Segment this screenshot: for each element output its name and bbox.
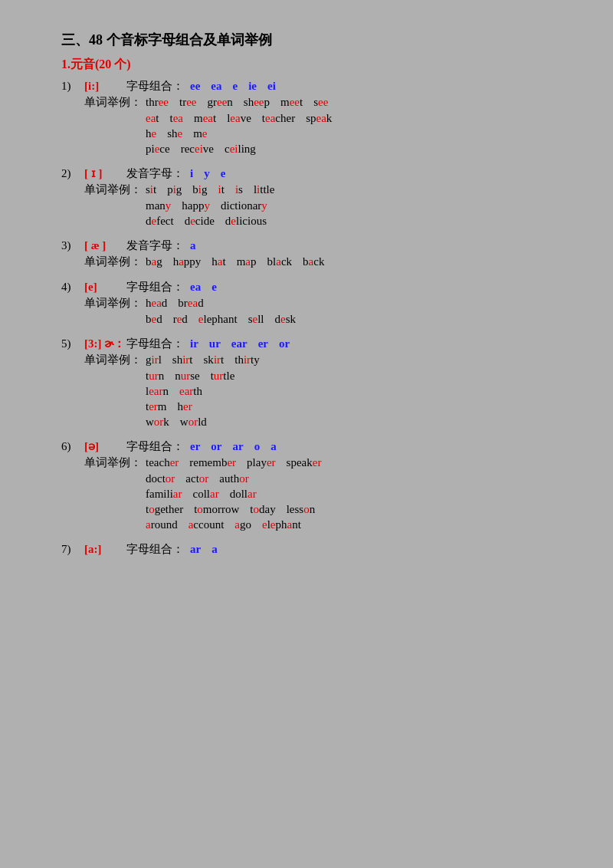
example-row: aroundaccountagoelephant bbox=[61, 518, 552, 531]
phoneme-header: 7)[a:]字母组合：ara bbox=[61, 542, 552, 557]
word-item: happy bbox=[173, 255, 202, 268]
word-item: elephant bbox=[198, 313, 238, 326]
word-item: eat bbox=[146, 112, 159, 125]
phoneme-symbol: [ə] bbox=[84, 439, 126, 453]
word-group: doctoractorauthor bbox=[146, 472, 260, 485]
example-row: learnearth bbox=[61, 385, 552, 398]
word-item: three bbox=[146, 96, 169, 109]
word-item: desk bbox=[275, 313, 297, 326]
word-item: bread bbox=[178, 297, 203, 310]
word-item: bed bbox=[146, 313, 162, 326]
word-item: dollar bbox=[230, 488, 257, 501]
phoneme-content: 1)[i:]字母组合：eeeaeieei单词举例：threetreegreens… bbox=[61, 79, 552, 557]
phoneme-header: 2)[ ɪ ]发音字母：iye bbox=[61, 166, 552, 181]
phoneme-type-label: 发音字母： bbox=[126, 166, 184, 181]
phoneme-symbol: [i:] bbox=[84, 80, 126, 93]
word-item: bag bbox=[146, 255, 162, 268]
word-item: delicious bbox=[225, 215, 267, 228]
word-item: today bbox=[250, 503, 275, 516]
word-item: hat bbox=[211, 255, 225, 268]
section-title: 1.元音(20 个) bbox=[61, 57, 552, 73]
word-item: leave bbox=[227, 112, 251, 125]
word-item: teacher bbox=[262, 112, 295, 125]
word-item: learn bbox=[146, 385, 169, 398]
letter-combo: ara bbox=[190, 543, 228, 556]
phoneme-symbol: [e] bbox=[84, 281, 126, 294]
word-item: girl bbox=[146, 353, 162, 367]
word-item: sheep bbox=[244, 96, 270, 109]
example-row: doctoractorauthor bbox=[61, 472, 552, 485]
word-item: tree bbox=[179, 96, 197, 109]
word-item: happy bbox=[182, 199, 210, 212]
word-group: eatteameatleaveteacherspeak bbox=[146, 112, 343, 125]
word-group: defectdecidedelicious bbox=[146, 215, 277, 228]
word-item: nurse bbox=[175, 370, 200, 383]
page-container: 三、48 个音标字母组合及单词举例 1.元音(20 个) 1)[i:]字母组合：… bbox=[61, 31, 552, 557]
word-group: hesheme bbox=[146, 127, 218, 140]
phoneme-type-label: 发音字母： bbox=[126, 238, 184, 253]
word-item: doctor bbox=[146, 472, 175, 485]
word-item: he bbox=[146, 127, 156, 140]
phoneme-num: 6) bbox=[61, 440, 84, 453]
phoneme-block: 4)[e]字母组合：eae单词举例：headbreadbedredelephan… bbox=[61, 280, 552, 326]
letter-combo: eae bbox=[190, 281, 228, 294]
example-row: turnnurseturtle bbox=[61, 370, 552, 383]
word-item: many bbox=[146, 199, 171, 212]
example-label: 单词举例： bbox=[61, 95, 146, 110]
word-item: is bbox=[235, 183, 243, 196]
phoneme-header: 3)[ æ ]发音字母：a bbox=[61, 238, 552, 253]
word-item: me bbox=[193, 127, 207, 140]
word-item: speak bbox=[306, 112, 332, 125]
phoneme-symbol: [a:] bbox=[84, 543, 126, 556]
word-item: world bbox=[180, 416, 207, 429]
example-label: 单词举例： bbox=[61, 182, 146, 197]
word-item: sit bbox=[146, 183, 156, 196]
word-group: girlshirtskirtthirty bbox=[146, 353, 270, 367]
phoneme-type-label: 字母组合： bbox=[126, 337, 184, 351]
word-group: aroundaccountagoelephant bbox=[146, 518, 312, 531]
word-item: turtle bbox=[211, 370, 235, 383]
example-row: manyhappydictionary bbox=[61, 199, 552, 212]
word-group: termher bbox=[146, 400, 203, 413]
word-item: account bbox=[188, 518, 225, 531]
word-item: author bbox=[219, 472, 248, 485]
word-group: threetreegreensheepmeetsee bbox=[146, 96, 339, 109]
word-item: around bbox=[146, 518, 178, 531]
phoneme-num: 5) bbox=[61, 337, 84, 350]
example-row: workworld bbox=[61, 416, 552, 429]
word-item: tea bbox=[170, 112, 184, 125]
word-item: dictionary bbox=[221, 199, 267, 212]
word-item: little bbox=[254, 183, 275, 196]
word-group: bedredelephantselldesk bbox=[146, 313, 306, 326]
phoneme-num: 7) bbox=[61, 543, 84, 556]
word-item: decide bbox=[185, 215, 215, 228]
example-row: bedredelephantselldesk bbox=[61, 313, 552, 326]
word-group: headbread bbox=[146, 297, 215, 310]
word-item: piece bbox=[146, 143, 170, 156]
example-row: 单词举例：girlshirtskirtthirty bbox=[61, 353, 552, 367]
letter-combo: eroraroa bbox=[190, 440, 287, 453]
word-item: it bbox=[218, 183, 225, 196]
word-group: togethertomorrowtodaylesson bbox=[146, 503, 326, 516]
example-row: piecereceiveceiling bbox=[61, 143, 552, 156]
word-group: teacherrememberplayerspeaker bbox=[146, 456, 332, 469]
example-row: hesheme bbox=[61, 127, 552, 140]
word-item: green bbox=[208, 96, 233, 109]
example-label: 单词举例： bbox=[61, 353, 146, 367]
example-row: 单词举例：sitpigbigitislittle bbox=[61, 182, 552, 197]
word-group: sitpigbigitislittle bbox=[146, 183, 285, 196]
phoneme-block: 5)[3:] ɚ：字母组合：irureareror单词举例：girlshirts… bbox=[61, 337, 552, 429]
word-item: meet bbox=[280, 96, 303, 109]
word-item: tomorrow bbox=[194, 503, 239, 516]
word-item: turn bbox=[146, 370, 164, 383]
word-item: speaker bbox=[287, 456, 322, 469]
phoneme-num: 1) bbox=[61, 80, 84, 93]
word-item: head bbox=[146, 297, 167, 310]
word-item: ceiling bbox=[225, 143, 256, 156]
example-row: termher bbox=[61, 400, 552, 413]
word-item: together bbox=[146, 503, 183, 516]
word-item: red bbox=[173, 313, 188, 326]
word-item: meat bbox=[194, 112, 216, 125]
word-item: actor bbox=[185, 472, 208, 485]
phoneme-type-label: 字母组合： bbox=[126, 542, 184, 557]
